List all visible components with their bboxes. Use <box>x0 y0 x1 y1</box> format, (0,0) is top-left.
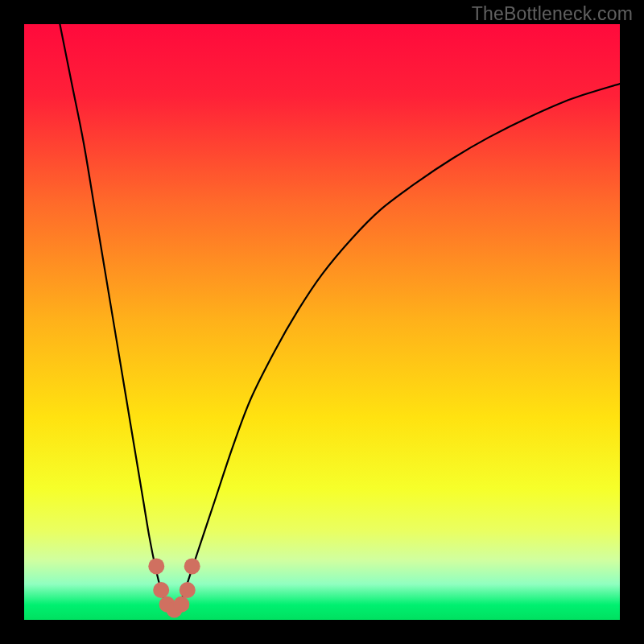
marker-dot <box>173 597 189 613</box>
marker-dot <box>153 582 169 598</box>
marker-dot <box>184 558 200 574</box>
marker-dot <box>180 582 196 598</box>
watermark-text: TheBottleneck.com <box>472 3 633 25</box>
outer-black-border: TheBottleneck.com <box>0 0 644 644</box>
plot-area <box>24 24 620 620</box>
marker-dot <box>148 558 164 574</box>
plot-svg <box>24 24 620 620</box>
